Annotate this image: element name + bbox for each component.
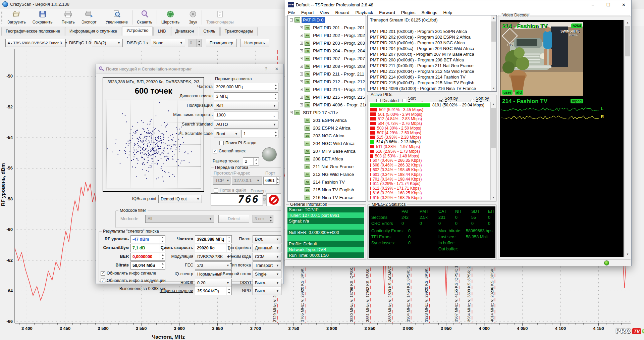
tab-информация-о-спутнике[interactable]: Информация о спутнике <box>65 27 121 36</box>
toolbar-button-1[interactable]: Загрузить <box>4 9 29 26</box>
expand-icon[interactable]: + <box>300 49 303 52</box>
scroll-up-icon[interactable]: ▲ <box>491 102 496 107</box>
tree-item[interactable]: SD214 Fashion TV <box>288 178 366 186</box>
expand-icon[interactable]: + <box>300 103 303 106</box>
pl-mode-select[interactable]: Root▼ <box>214 130 240 138</box>
positioner-button[interactable]: Позиционер <box>206 39 237 47</box>
toolbar-button-7[interactable]: Шерстить <box>158 9 183 26</box>
tree-item[interactable]: +PMPMT PID 212 - Progr. 212 <box>288 78 366 86</box>
scroll-up-icon[interactable]: ▲ <box>625 20 630 26</box>
pls-search-checkbox[interactable]: Поиск PLS-кода <box>219 141 256 145</box>
pid-row[interactable]: 608 (0.46% ~ 266.32 Kbps) <box>370 163 490 167</box>
modcode-select[interactable]: All▼ <box>145 215 214 223</box>
tab-диапазон[interactable]: Диапазон <box>171 27 198 36</box>
blind-search-checkbox[interactable]: ✓ Слепой поиск <box>213 149 246 153</box>
pid-row[interactable]: 516 (2.95% - 1.73 Mbps) <box>370 149 490 154</box>
tuner-select[interactable]: 4 - TBS 6908 DVBS/S2 Tuner 3▼ <box>5 39 66 47</box>
tree-item[interactable]: SD207 MTV Base Africa <box>288 147 366 155</box>
input-stream-select[interactable]: Single▼ <box>253 270 281 278</box>
tree-item[interactable]: +PMPMT PID 208 - Progr. 208 <box>288 62 366 70</box>
tree-item[interactable]: +PMPMT PID 215 - Progr. 215 <box>288 93 366 101</box>
pid-row[interactable]: 508 (4.30% - 2.50 Mbps) <box>370 126 490 131</box>
position-stepper[interactable]: 0 <box>188 39 202 47</box>
tab-стиль[interactable]: Стиль <box>199 27 220 36</box>
issyi-select[interactable]: Выкл.▼ <box>253 279 281 287</box>
toolbar-grip[interactable] <box>1 11 2 24</box>
pid-row[interactable]: 612 (0.29% - 171.71 Kbps) <box>370 186 490 191</box>
dialog-titlebar[interactable]: Поиск несущей и Constellation-мониторинг… <box>96 64 283 74</box>
pid-row[interactable]: 502 (5.91% - 3.45 Mbps) <box>370 107 490 112</box>
stream-to-file-checkbox[interactable]: Поток в файл <box>214 188 246 193</box>
pid-row[interactable]: 512 (4.84% - 2.83 Mbps) <box>370 116 490 121</box>
pidlist-scrollbar[interactable]: ▲ ▼ <box>490 102 496 200</box>
dialog-close-button[interactable]: ✕ <box>273 66 280 72</box>
video-scrollbar[interactable]: ▲ ▼ <box>625 20 630 257</box>
iqscan-select[interactable]: Demod IQ out▼ <box>158 195 202 203</box>
port-stepper[interactable]: 6961 <box>263 177 279 185</box>
toolbar-button-6[interactable]: Сканить <box>133 9 156 26</box>
tree-item[interactable]: +PMPMT PID 202 - Progr. 202 <box>288 32 366 39</box>
tree-item[interactable]: +CACAT PID 1 <box>288 201 366 202</box>
toolbar-button-9[interactable]: Транспондеры <box>203 9 237 26</box>
tree-item[interactable]: SD212 NG Wild France <box>288 171 366 178</box>
pid-row[interactable]: 514 (3.66% - 2.13 Mbps) <box>370 140 490 144</box>
expand-icon[interactable]: + <box>300 57 303 60</box>
tsreader-titlebar[interactable]: DVB Default -- TSReader Professional 2.8… <box>285 0 631 9</box>
pid-row[interactable]: 601 (0.34% ~ 198.44 Kbps) <box>370 172 490 177</box>
tree-item[interactable]: SD208 BET Africa <box>288 155 366 163</box>
frame-type-select[interactable]: Длинный▼ <box>253 244 281 252</box>
scroll-down-icon[interactable]: ▼ <box>491 86 496 91</box>
expand-icon[interactable]: + <box>300 26 303 29</box>
tree-item[interactable]: SD201 ESPN Africa <box>288 116 366 124</box>
collapse-icon[interactable]: − <box>290 18 293 21</box>
toolbar-button-3[interactable]: Печать <box>58 9 78 26</box>
diseqc1x-select[interactable]: None▼ <box>151 39 185 47</box>
expand-icon[interactable]: + <box>300 80 303 83</box>
scroll-up-icon[interactable]: ▲ <box>491 15 496 21</box>
blind-search-globe-icon[interactable] <box>262 147 277 161</box>
pid-row[interactable]: 501 (5.03% - 2.94 Mbps) <box>370 112 490 117</box>
expand-icon[interactable]: + <box>300 72 303 76</box>
dialog-help-button[interactable]: ? <box>263 66 269 72</box>
ip-select[interactable]: 127.0.0.1▼ <box>232 177 262 185</box>
diseqc10-select[interactable]: B/A(2)▼ <box>92 39 123 47</box>
dot-size-stepper[interactable]: 2 <box>243 157 259 165</box>
update-signal-checkbox[interactable]: ✓ Обновлять инфо сигнале <box>101 271 156 276</box>
close-button[interactable]: ✕ <box>616 0 631 9</box>
code-mode-select[interactable]: CCM▼ <box>253 253 281 261</box>
tree-item[interactable]: SD216 Nina TV France <box>288 194 366 201</box>
pid-row[interactable]: 615 (0.29% ~ 168.25 Kbps) <box>370 195 490 200</box>
protocol-select[interactable]: TCP▼ <box>213 177 230 185</box>
tree-item[interactable]: +PMPMT PID 207 - Progr. 207 <box>288 55 366 62</box>
pid-row[interactable]: 701 (0.34% ~ 198.44 Kbps) <box>370 177 490 182</box>
pid-row[interactable]: 611 (0.29% - 171.74 Kbps) <box>370 182 490 186</box>
pid-row[interactable]: 607 (0.46% ~ 266.35 Kbps) <box>370 158 490 163</box>
min-symbolrate-combo[interactable]: 1000⌄ <box>214 111 278 119</box>
tree-item[interactable]: SD202 ESPN 2 Africa <box>288 124 366 132</box>
tree-item[interactable]: SD203 NGC Africa <box>288 132 366 140</box>
pid-row[interactable]: 602 (0.34% ~ 198.45 Kbps) <box>370 167 490 172</box>
pl-value-stepper[interactable]: 1 <box>241 130 278 138</box>
pilot-select[interactable]: Вкл.▼ <box>253 235 281 243</box>
pid-row[interactable]: 515 (3.93% - 2.28 Mbps) <box>370 135 490 140</box>
pid-row[interactable]: 503 (2.53% - 1.48 Mbps) <box>370 154 490 158</box>
detect-interval-stepper[interactable]: 3 сек <box>253 215 273 223</box>
tree-item[interactable]: +PMPMT PID 4096 - Progr. 216 <box>288 101 366 109</box>
tab-транспондеры[interactable]: Транспондеры <box>220 27 258 36</box>
maximize-button[interactable]: ☐ <box>601 0 616 9</box>
tree-item[interactable]: +PMPMT PID 214 - Progr. 214 <box>288 86 366 93</box>
tab-lnb[interactable]: LNB <box>153 27 170 36</box>
tab-географическое-положение[interactable]: Географическое положение <box>1 27 64 36</box>
pid-row[interactable]: 8191 (50.02% ~ 29.04 Mbps) <box>370 103 490 107</box>
range-stepper[interactable]: 3 МГц <box>214 92 278 100</box>
pid-row[interactable]: 507 (4.29% - 2.50 Mbps) <box>370 131 490 135</box>
update-modulation-checkbox[interactable]: ✓ Обновлять инфо о модуляции <box>101 278 166 283</box>
pid-row[interactable]: 504 (4.73% - 2.76 Mbps) <box>370 121 490 126</box>
toolbar-button-5[interactable]: Увеличение <box>102 9 131 26</box>
minimize-button[interactable]: – <box>585 0 600 9</box>
collapse-icon[interactable]: − <box>290 111 293 114</box>
scroll-down-icon[interactable]: ▼ <box>491 195 496 200</box>
tree-item[interactable]: SD211 Nat Geo France <box>288 163 366 171</box>
toolbar-button-4[interactable]: Экспорт <box>78 9 100 26</box>
expand-icon[interactable]: + <box>300 88 303 91</box>
